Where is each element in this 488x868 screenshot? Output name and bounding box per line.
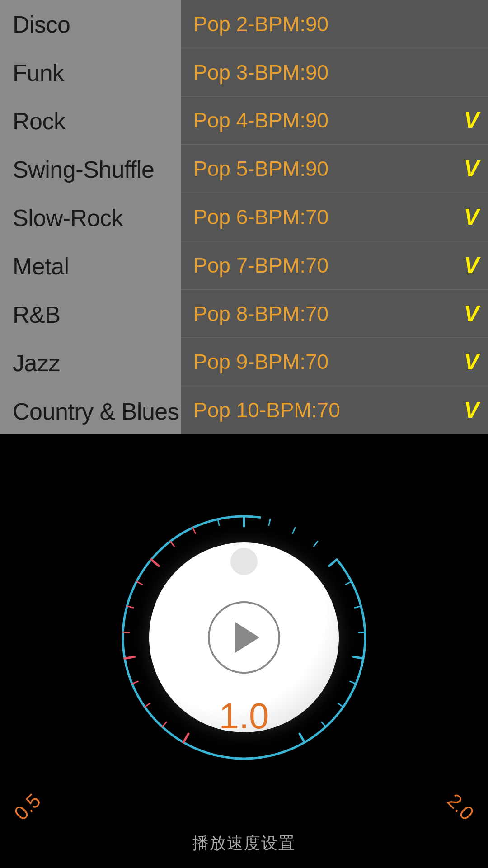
svg-line-18 — [346, 581, 351, 584]
track-item-pop5[interactable]: Pop 5-BPM:90V — [181, 145, 488, 193]
genre-item-jazz[interactable]: Jazz — [0, 339, 181, 387]
track-check-icon: V — [464, 204, 479, 230]
genre-item-country-blues[interactable]: Country & Blues — [0, 387, 181, 435]
track-check-icon: V — [464, 156, 479, 182]
genre-item-metal[interactable]: Metal — [0, 242, 181, 290]
svg-line-16 — [314, 541, 318, 546]
svg-line-19 — [355, 606, 361, 608]
speed-max-label: 2.0 — [443, 789, 479, 825]
svg-line-25 — [300, 734, 305, 742]
svg-line-7 — [127, 606, 133, 608]
svg-line-6 — [123, 632, 129, 632]
genre-label: Swing-Shuffle — [13, 156, 154, 183]
svg-line-22 — [350, 681, 356, 684]
genre-item-disco[interactable]: Disco — [0, 0, 181, 48]
track-name: Pop 2-BPM:90 — [193, 12, 328, 36]
genre-item-funk[interactable]: Funk — [0, 48, 181, 97]
svg-line-14 — [269, 519, 270, 525]
bottom-section: 1.0 0.5 2.0 播放速度设置 — [0, 434, 488, 868]
genre-item-slow-rock[interactable]: Slow-Rock — [0, 193, 181, 242]
genre-label: Funk — [13, 59, 64, 86]
genre-label: Disco — [13, 11, 70, 38]
svg-line-20 — [359, 632, 365, 632]
svg-line-12 — [218, 519, 219, 525]
track-name: Pop 6-BPM:70 — [193, 205, 328, 229]
track-name: Pop 7-BPM:70 — [193, 253, 328, 278]
track-check-icon: V — [464, 107, 479, 133]
svg-line-10 — [170, 541, 174, 546]
track-item-pop7[interactable]: Pop 7-BPM:70V — [181, 241, 488, 290]
track-name: Pop 9-BPM:70 — [193, 349, 328, 374]
svg-line-5 — [125, 657, 135, 659]
svg-line-24 — [322, 722, 326, 726]
genre-label: Country & Blues — [13, 398, 179, 425]
track-name: Pop 10-BPM:70 — [193, 398, 340, 422]
tracks-panel: Pop 2-BPM:90Pop 3-BPM:90Pop 4-BPM:90VPop… — [181, 0, 488, 434]
svg-line-17 — [329, 560, 337, 566]
svg-line-2 — [162, 722, 166, 726]
speed-control-title: 播放速度设置 — [192, 832, 296, 854]
speed-min-label: 0.5 — [9, 789, 45, 825]
track-check-icon: V — [464, 252, 479, 278]
top-section: DiscoFunkRockSwing-ShuffleSlow-RockMetal… — [0, 0, 488, 434]
track-item-pop4[interactable]: Pop 4-BPM:90V — [181, 97, 488, 145]
track-name: Pop 5-BPM:90 — [193, 156, 328, 181]
svg-line-3 — [145, 703, 150, 707]
track-item-pop3[interactable]: Pop 3-BPM:90 — [181, 48, 488, 97]
track-item-pop8[interactable]: Pop 8-BPM:70V — [181, 290, 488, 338]
play-icon — [235, 622, 259, 653]
genre-panel: DiscoFunkRockSwing-ShuffleSlow-RockMetal… — [0, 0, 181, 434]
svg-line-11 — [193, 528, 196, 533]
track-item-pop9[interactable]: Pop 9-BPM:70V — [181, 338, 488, 386]
genre-label: Jazz — [13, 349, 60, 377]
track-check-icon: V — [464, 349, 479, 375]
svg-line-1 — [183, 734, 188, 742]
svg-line-23 — [338, 703, 343, 707]
genre-label: Metal — [13, 253, 69, 280]
track-item-pop2[interactable]: Pop 2-BPM:90 — [181, 0, 488, 48]
track-name: Pop 4-BPM:90 — [193, 108, 328, 132]
svg-line-9 — [151, 560, 159, 566]
genre-label: Slow-Rock — [13, 204, 123, 231]
track-item-pop6[interactable]: Pop 6-BPM:70V — [181, 193, 488, 241]
track-name: Pop 3-BPM:90 — [193, 60, 328, 85]
track-check-icon: V — [464, 397, 479, 423]
track-name: Pop 8-BPM:70 — [193, 302, 328, 326]
svg-line-8 — [136, 581, 142, 584]
svg-line-15 — [292, 528, 295, 533]
track-check-icon: V — [464, 301, 479, 327]
genre-item-swing-shuffle[interactable]: Swing-Shuffle — [0, 145, 181, 193]
genre-label: Rock — [13, 108, 65, 135]
genre-label: R&B — [13, 301, 60, 328]
speed-value: 1.0 — [219, 695, 269, 737]
genre-item-rnb[interactable]: R&B — [0, 290, 181, 339]
svg-line-4 — [132, 681, 138, 684]
play-button[interactable] — [208, 601, 280, 674]
genre-item-rock[interactable]: Rock — [0, 97, 181, 145]
speed-knob-container[interactable]: 1.0 — [117, 511, 371, 764]
svg-line-21 — [353, 657, 363, 659]
track-item-pop10[interactable]: Pop 10-BPM:70V — [181, 386, 488, 434]
